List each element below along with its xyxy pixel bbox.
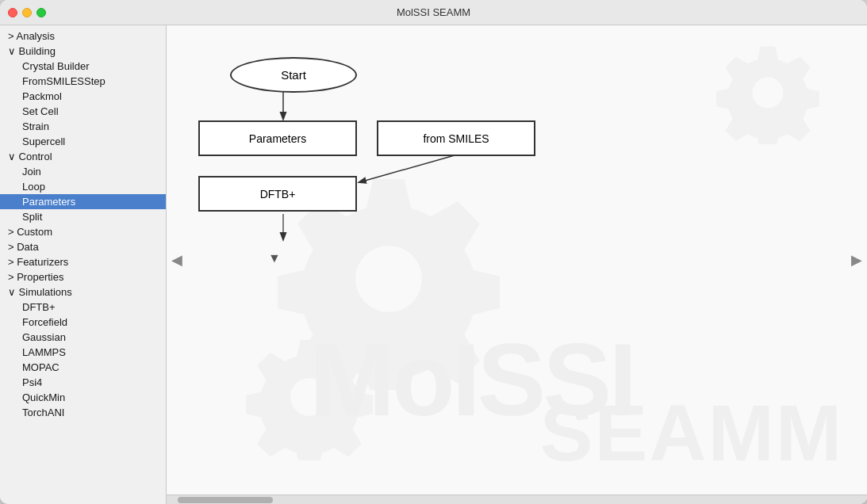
watermark-seamm: SEAMM [540, 388, 843, 479]
sidebar-item-loop[interactable]: Loop [0, 179, 166, 194]
window-title: MolSSI SEAMM [397, 6, 470, 18]
sidebar-item-supercell[interactable]: Supercell [0, 134, 166, 149]
canvas-nav-right[interactable]: ▶ [851, 251, 862, 269]
canvas-area: MoISSI SEAMM [167, 25, 867, 494]
gear-icon-bottom [246, 334, 373, 463]
sidebar-item-data[interactable]: > Data [0, 239, 166, 254]
scrollbar-thumb[interactable] [178, 497, 273, 503]
sidebar-item-properties[interactable]: > Properties [0, 269, 166, 284]
sidebar-item-quickmin[interactable]: QuickMin [0, 390, 166, 405]
sidebar-item-crystal-builder[interactable]: Crystal Builder [0, 59, 166, 74]
sidebar-item-torchani[interactable]: TorchANI [0, 405, 166, 420]
sidebar-item-simulations[interactable]: ∨ Simulations [0, 284, 166, 300]
sidebar-item-building[interactable]: ∨ Building [0, 44, 166, 59]
sidebar-item-featurizers[interactable]: > Featurizers [0, 254, 166, 269]
sidebar-item-mopac[interactable]: MOPAC [0, 360, 166, 375]
sidebar: > Analysis∨ BuildingCrystal BuilderFromS… [0, 25, 167, 504]
flow-start-node[interactable]: Start [230, 57, 357, 93]
sidebar-item-from-smiles-step[interactable]: FromSMILESStep [0, 74, 166, 89]
close-button[interactable] [8, 8, 17, 17]
sidebar-item-forcefield[interactable]: Forcefield [0, 315, 166, 330]
sidebar-item-psi4[interactable]: Psi4 [0, 375, 166, 390]
minimize-button[interactable] [22, 8, 32, 17]
watermark-molssi: MoISSI [309, 320, 634, 439]
titlebar: MolSSI SEAMM [0, 0, 867, 25]
sidebar-item-packmol[interactable]: Packmol [0, 89, 166, 104]
flow-from-smiles-node[interactable]: from SMILES [377, 120, 535, 156]
sidebar-item-custom[interactable]: > Custom [0, 224, 166, 239]
sidebar-item-strain[interactable]: Strain [0, 119, 166, 134]
flow-dftb-node[interactable]: DFTB+ [198, 176, 357, 212]
main-window: MolSSI SEAMM > Analysis∨ BuildingCrystal… [0, 0, 867, 504]
sidebar-item-join[interactable]: Join [0, 164, 166, 179]
main-area: MoISSI SEAMM [167, 25, 867, 504]
sidebar-item-set-cell[interactable]: Set Cell [0, 104, 166, 119]
flow-parameters-node[interactable]: Parameters [198, 120, 357, 156]
flow-down-arrow: ▼ [268, 251, 281, 265]
sidebar-item-split[interactable]: Split [0, 209, 166, 224]
sidebar-item-gaussian[interactable]: Gaussian [0, 330, 166, 345]
horizontal-scrollbar[interactable] [167, 494, 867, 504]
content-area: > Analysis∨ BuildingCrystal BuilderFromS… [0, 25, 867, 504]
maximize-button[interactable] [36, 8, 46, 17]
sidebar-item-parameters[interactable]: Parameters [0, 194, 166, 209]
canvas-nav-left[interactable]: ◀ [171, 251, 182, 269]
sidebar-item-control[interactable]: ∨ Control [0, 149, 166, 164]
sidebar-item-lammps[interactable]: LAMMPS [0, 345, 166, 360]
sidebar-item-dftb[interactable]: DFTB+ [0, 300, 166, 315]
sidebar-item-analysis[interactable]: > Analysis [0, 29, 166, 44]
traffic-lights [8, 8, 46, 17]
